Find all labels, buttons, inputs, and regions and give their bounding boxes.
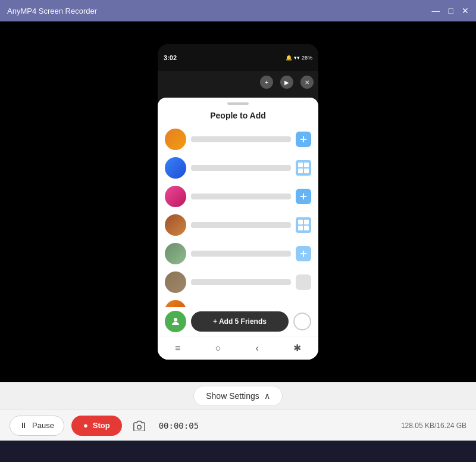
add-contact-button[interactable]	[296, 217, 311, 233]
recording-timer: 00:00:05	[159, 421, 199, 430]
list-item	[162, 125, 314, 154]
add-friends-button[interactable]: + Add 5 Friends	[191, 311, 289, 332]
chevron-up-icon: ∧	[264, 391, 270, 401]
list-item	[162, 182, 314, 211]
maximize-button[interactable]: □	[449, 7, 453, 15]
status-icons: 🔔 ▾▾ 26%	[286, 55, 312, 61]
contact-name	[191, 193, 291, 199]
video-call-icon: ▶	[280, 76, 293, 89]
camera-icon	[133, 420, 145, 431]
avatar	[165, 186, 186, 207]
add-contact-placeholder	[296, 274, 311, 290]
app-title: AnyMP4 Screen Recorder	[7, 7, 97, 15]
more-options-icon: ✕	[300, 76, 314, 89]
contact-name	[191, 251, 291, 257]
show-settings-button[interactable]: Show Settings ∧	[193, 386, 283, 406]
show-settings-bar: Show Settings ∧	[0, 382, 476, 410]
svg-point-0	[174, 318, 177, 321]
avatar	[165, 129, 186, 150]
avatar	[165, 214, 186, 236]
list-item	[162, 154, 314, 182]
stop-button[interactable]: ● Stop	[71, 416, 122, 436]
back-nav-icon[interactable]: ‹	[255, 343, 258, 354]
green-avatar	[165, 311, 186, 332]
circle-option-button[interactable]	[293, 313, 311, 330]
window-controls: — □ ✕	[432, 7, 469, 15]
contact-name	[191, 222, 291, 228]
svg-point-1	[137, 425, 141, 429]
pause-icon: ⏸	[20, 421, 27, 430]
pause-label: Pause	[32, 421, 54, 430]
close-button[interactable]: ✕	[462, 7, 469, 15]
list-item	[162, 211, 314, 239]
battery-indicator: 26%	[302, 55, 312, 61]
file-size-display: 128.05 KB/16.24 GB	[401, 422, 466, 430]
minimize-button[interactable]: —	[432, 7, 440, 15]
pause-button[interactable]: ⏸ Pause	[10, 416, 64, 436]
add-friends-area: + Add 5 Friends	[158, 307, 318, 336]
list-item	[162, 239, 314, 268]
main-content-area: 3:02 🔔 ▾▾ 26% + ▶ ✕ People to Add	[0, 21, 476, 382]
stop-dot-icon: ●	[83, 421, 88, 430]
add-contact-button[interactable]	[296, 246, 311, 261]
status-bar: 3:02 🔔 ▾▾ 26%	[158, 44, 318, 71]
contact-name	[191, 165, 291, 171]
list-item	[162, 296, 314, 307]
avatar	[165, 300, 186, 307]
home-nav-icon[interactable]: ○	[215, 343, 221, 354]
contact-name	[191, 136, 291, 142]
stop-label: Stop	[93, 421, 110, 430]
menu-nav-icon[interactable]: ≡	[175, 343, 180, 354]
avatar	[165, 157, 186, 179]
screenshot-button[interactable]	[129, 416, 149, 436]
phone-screen: 3:02 🔔 ▾▾ 26% + ▶ ✕ People to Add	[158, 44, 318, 360]
contact-name	[191, 279, 291, 285]
add-contact-button[interactable]	[296, 132, 311, 147]
avatar	[165, 271, 186, 293]
list-item	[162, 268, 314, 296]
avatar	[165, 243, 186, 264]
contact-list	[158, 125, 318, 307]
status-time: 3:02	[164, 54, 177, 61]
add-contact-button[interactable]	[296, 160, 311, 176]
top-action-bar: + ▶ ✕	[158, 71, 318, 93]
recording-toolbar: ⏸ Pause ● Stop 00:00:05 128.05 KB/16.24 …	[0, 410, 476, 441]
show-settings-label: Show Settings	[206, 391, 259, 401]
people-to-add-modal: People to Add	[158, 98, 318, 360]
modal-title: People to Add	[210, 111, 266, 120]
phone-navigation-bar: ≡ ○ ‹ ✱	[158, 336, 318, 360]
add-contact-empty	[296, 303, 311, 307]
modal-drag-handle[interactable]	[227, 102, 249, 105]
accessibility-nav-icon[interactable]: ✱	[293, 342, 301, 354]
add-contact-button[interactable]	[296, 189, 311, 204]
wifi-icon: ▾▾	[294, 55, 300, 61]
notification-icon: 🔔	[286, 55, 292, 61]
title-bar: AnyMP4 Screen Recorder — □ ✕	[0, 0, 476, 21]
add-contact-icon: +	[260, 76, 273, 89]
